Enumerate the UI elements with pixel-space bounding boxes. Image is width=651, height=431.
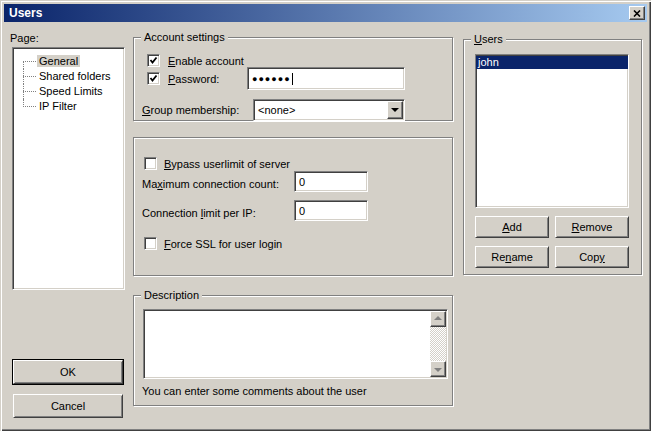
- cancel-button[interactable]: Cancel: [13, 394, 123, 418]
- connection-per-ip-label: Connection limit per IP:: [142, 207, 256, 220]
- tree-connector: [23, 61, 36, 62]
- close-button[interactable]: [629, 6, 645, 20]
- password-label[interactable]: Password:: [168, 73, 219, 86]
- window-title: Users: [9, 6, 42, 20]
- label-text: ypass userlimit of server: [171, 158, 290, 170]
- input-value: 0: [299, 176, 305, 188]
- bypass-userlimit-label[interactable]: Bypass userlimit of server: [164, 158, 290, 171]
- enable-account-label[interactable]: Enable account: [168, 55, 244, 68]
- label-text: nable account: [175, 55, 244, 67]
- label-text: assword:: [175, 73, 219, 85]
- arrow-up-icon: [434, 316, 442, 320]
- users-group: Users john Add Remove Rename Copy: [463, 39, 642, 275]
- label-text: imit per IP:: [203, 207, 256, 219]
- text-caret: [292, 73, 293, 85]
- label-text: emove: [579, 221, 612, 233]
- group-title: Users: [471, 32, 506, 46]
- max-connection-input[interactable]: 0: [294, 171, 368, 192]
- label-text: Connection: [142, 207, 201, 219]
- tree-item-shared-folders[interactable]: Shared folders: [13, 69, 124, 84]
- label-text: ame: [511, 251, 532, 263]
- remove-button[interactable]: Remove: [555, 216, 629, 238]
- page-label: Page:: [10, 32, 39, 45]
- scroll-down-button[interactable]: [430, 361, 446, 377]
- password-input[interactable]: ●●●●●●: [247, 67, 405, 90]
- button-label: Cancel: [51, 400, 85, 412]
- close-icon: [633, 10, 641, 17]
- description-textarea[interactable]: [143, 309, 448, 379]
- label-text: dd: [510, 221, 522, 233]
- enable-account-checkbox[interactable]: [147, 54, 160, 67]
- tree-item-general[interactable]: General: [13, 54, 124, 69]
- tree-item-label: Shared folders: [37, 70, 113, 82]
- connection-settings-group: Bypass userlimit of server Maximum conne…: [133, 137, 453, 276]
- description-hint: You can enter some comments about the us…: [142, 385, 367, 398]
- vertical-scrollbar[interactable]: [430, 311, 446, 377]
- group-membership-select[interactable]: <none>: [253, 99, 405, 121]
- description-group: Description You can enter some comments …: [133, 295, 453, 406]
- users-dialog: Users Page: General Shared folders Speed…: [0, 0, 651, 431]
- tree-item-speed-limits[interactable]: Speed Limits: [13, 84, 124, 99]
- label-text: Ma: [142, 178, 157, 190]
- max-connection-label: Maximum connection count:: [142, 178, 279, 191]
- account-settings-group: Account settings Enable account Password…: [133, 37, 453, 121]
- tree-item-label: IP Filter: [37, 100, 79, 112]
- chevron-down-icon: [391, 108, 399, 112]
- dropdown-button[interactable]: [387, 101, 403, 119]
- titlebar[interactable]: Users: [4, 4, 647, 22]
- label-text: orce SSL for user login: [171, 238, 282, 250]
- group-membership-label: Group membership:: [142, 104, 239, 117]
- selected-option: <none>: [258, 104, 295, 116]
- label-text: F: [164, 238, 171, 250]
- tree-item-label: Speed Limits: [37, 85, 105, 97]
- connection-per-ip-input[interactable]: 0: [294, 200, 368, 221]
- tree-item-ip-filter[interactable]: IP Filter: [13, 99, 124, 114]
- label-text: U: [474, 33, 482, 45]
- add-button[interactable]: Add: [475, 216, 549, 238]
- tree-connector: [23, 62, 24, 69]
- tree-connector: [23, 106, 36, 107]
- password-checkbox[interactable]: [147, 72, 160, 85]
- label-text: sers: [482, 33, 503, 45]
- label-text: Cop: [579, 251, 599, 263]
- input-value: 0: [299, 205, 305, 217]
- label-text: Re: [491, 251, 505, 263]
- group-title: Description: [141, 288, 202, 302]
- label-text: G: [142, 104, 151, 116]
- user-name: john: [478, 56, 499, 68]
- user-list-item[interactable]: john: [476, 56, 628, 69]
- label-text: y: [599, 251, 605, 263]
- button-label: OK: [60, 366, 76, 378]
- tree-connector: [23, 91, 36, 92]
- rename-button[interactable]: Rename: [475, 246, 549, 268]
- ok-button[interactable]: OK: [13, 360, 123, 384]
- force-ssl-label[interactable]: Force SSL for user login: [164, 238, 282, 251]
- copy-button[interactable]: Copy: [555, 246, 629, 268]
- tree-connector: [23, 76, 36, 77]
- label-text: A: [502, 221, 509, 233]
- checkmark-icon: [149, 56, 158, 65]
- label-text: R: [572, 221, 580, 233]
- force-ssl-checkbox[interactable]: [144, 237, 157, 250]
- bypass-userlimit-checkbox[interactable]: [144, 157, 157, 170]
- users-list[interactable]: john: [475, 54, 629, 208]
- scroll-up-button[interactable]: [430, 311, 446, 327]
- password-value: ●●●●●●: [252, 74, 291, 84]
- tree-item-label: General: [37, 55, 80, 67]
- page-tree[interactable]: General Shared folders Speed Limits IP F…: [12, 47, 125, 290]
- arrow-down-icon: [434, 368, 442, 372]
- group-title: Account settings: [141, 30, 228, 44]
- label-text: imum connection count:: [163, 178, 279, 190]
- checkmark-icon: [149, 74, 158, 83]
- label-text: roup membership:: [151, 104, 240, 116]
